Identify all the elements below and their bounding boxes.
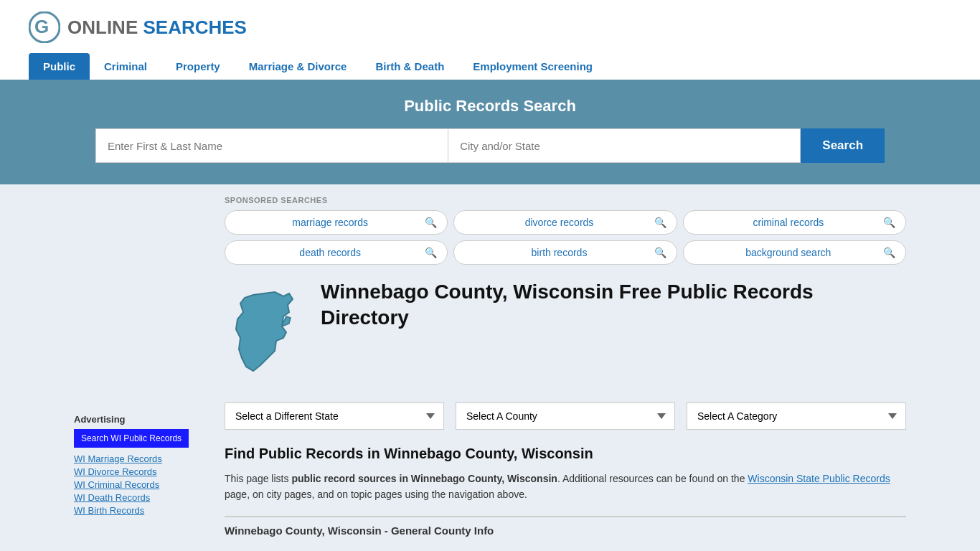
sidebar: Advertising Search WI Public Records WI … (74, 184, 210, 548)
sponsored-pill-text: divorce records (464, 217, 654, 228)
main-content: Advertising Search WI Public Records WI … (45, 184, 935, 548)
nav-item-property[interactable]: Property (161, 53, 235, 80)
sponsored-pill[interactable]: marriage records🔍 (225, 210, 448, 235)
svg-text:G: G (34, 16, 49, 37)
right-main: SPONSORED SEARCHES marriage records🔍divo… (210, 184, 906, 548)
dropdowns-row: Select a Different State Select A County… (225, 402, 906, 430)
location-input[interactable] (448, 128, 801, 163)
find-para-end: page, on city pages, and on topic pages … (225, 489, 527, 500)
find-para-after: . Additional resources can be found on t… (557, 473, 745, 484)
search-icon: 🔍 (883, 217, 895, 228)
search-icon: 🔍 (654, 247, 666, 258)
sponsored-pill-text: death records (235, 247, 425, 258)
county-title: Winnebago County, Wisconsin Free Public … (321, 279, 906, 331)
sidebar-advertising-label: Advertising (74, 414, 210, 425)
logo-text: ONLINE SEARCHES (67, 17, 247, 39)
logo-area: G ONLINE SEARCHES (29, 11, 951, 43)
sponsored-pill-text: birth records (464, 247, 654, 258)
logo-icon: G (29, 11, 60, 43)
search-icon: 🔍 (425, 247, 437, 258)
header: G ONLINE SEARCHES PublicCriminalProperty… (0, 0, 980, 80)
find-paragraph: This page lists public record sources in… (225, 471, 906, 503)
wi-public-records-link[interactable]: Wisconsin State Public Records (748, 473, 890, 484)
logo-searches: SEARCHES (143, 17, 246, 38)
search-button[interactable]: Search (801, 128, 885, 163)
sponsored-label: SPONSORED SEARCHES (225, 196, 906, 204)
sponsored-pill-text: background search (694, 247, 883, 258)
find-para-text: This page lists (225, 473, 291, 484)
sidebar-link[interactable]: WI Birth Records (74, 505, 210, 516)
main-nav: PublicCriminalPropertyMarriage & Divorce… (29, 53, 951, 80)
sponsored-pill[interactable]: birth records🔍 (453, 240, 677, 265)
county-info-bar: Winnebago County, Wisconsin - General Co… (225, 516, 906, 537)
sponsored-pill[interactable]: divorce records🔍 (453, 210, 677, 235)
sidebar-link[interactable]: WI Divorce Records (74, 466, 210, 477)
nav-item-employment-screening[interactable]: Employment Screening (458, 53, 607, 80)
sponsored-pill[interactable]: background search🔍 (683, 240, 906, 265)
sidebar-links: WI Marriage RecordsWI Divorce RecordsWI … (74, 453, 210, 516)
hero-band: Public Records Search Search (0, 80, 980, 184)
hero-title: Public Records Search (29, 97, 951, 116)
find-para-bold: public record sources in Winnebago Count… (291, 473, 557, 484)
nav-item-public[interactable]: Public (29, 53, 90, 80)
sponsored-grid: marriage records🔍divorce records🔍crimina… (225, 210, 906, 265)
find-title: Find Public Records in Winnebago County,… (225, 446, 906, 462)
name-input[interactable] (95, 128, 448, 163)
county-header: Winnebago County, Wisconsin Free Public … (225, 279, 906, 387)
search-icon: 🔍 (425, 217, 437, 228)
search-icon: 🔍 (654, 217, 666, 228)
sponsored-pill-text: criminal records (694, 217, 883, 228)
county-dropdown[interactable]: Select A County (456, 402, 675, 430)
sponsored-pill[interactable]: criminal records🔍 (683, 210, 906, 235)
logo-online: ONLINE (67, 17, 138, 38)
nav-item-birth---death[interactable]: Birth & Death (361, 53, 458, 80)
nav-item-criminal[interactable]: Criminal (90, 53, 161, 80)
nav-item-marriage---divorce[interactable]: Marriage & Divorce (235, 53, 362, 80)
state-dropdown[interactable]: Select a Different State (225, 402, 444, 430)
sponsored-pill[interactable]: death records🔍 (225, 240, 448, 265)
sidebar-link[interactable]: WI Marriage Records (74, 453, 210, 464)
sidebar-link[interactable]: WI Criminal Records (74, 479, 210, 490)
sidebar-link[interactable]: WI Death Records (74, 492, 210, 503)
search-icon: 🔍 (883, 247, 895, 258)
sidebar-search-button[interactable]: Search WI Public Records (74, 429, 189, 448)
wisconsin-map (225, 286, 303, 387)
category-dropdown[interactable]: Select A Category (687, 402, 906, 430)
sponsored-pill-text: marriage records (235, 217, 425, 228)
search-bar: Search (95, 128, 885, 163)
